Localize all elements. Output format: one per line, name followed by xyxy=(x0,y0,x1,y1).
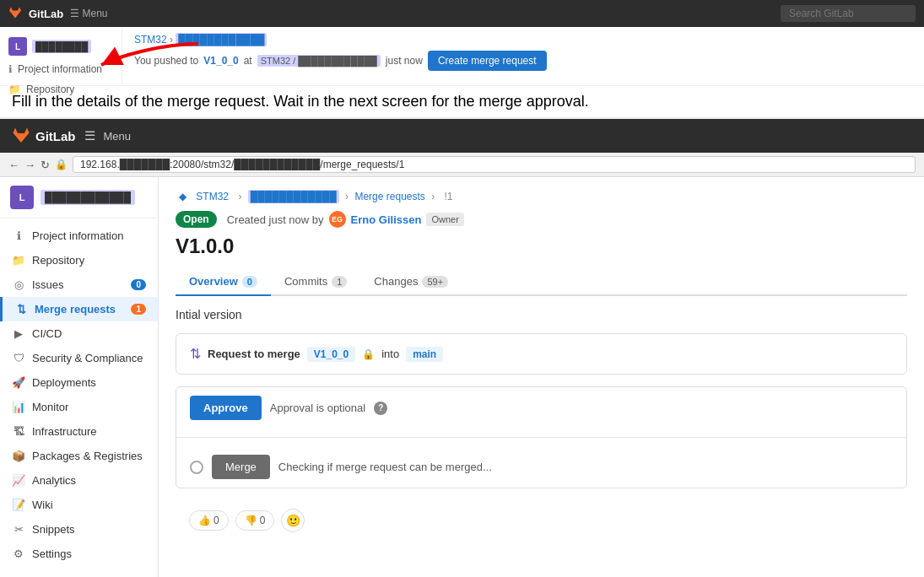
diamond-icon: ◆ xyxy=(179,191,186,202)
sidebar-item-settings[interactable]: ⚙ Settings xyxy=(0,542,158,566)
merge-radio[interactable] xyxy=(190,461,203,474)
tab-overview-count: 0 xyxy=(242,276,257,288)
description-text: Intial version xyxy=(176,308,907,321)
merge-info-card: ⇅ Request to merge V1_0_0 🔒 into main xyxy=(176,333,907,375)
merge-status-text: Checking if merge request can be merged.… xyxy=(278,461,492,473)
sidebar-item-wiki[interactable]: 📝 Wiki xyxy=(0,493,158,517)
target-branch[interactable]: main xyxy=(406,347,443,362)
mr-title: V1.0.0 xyxy=(176,235,907,258)
thumbsup-button[interactable]: 👍 0 xyxy=(189,510,229,531)
main-menu-label[interactable]: Menu xyxy=(104,130,132,143)
shield-icon: 🛡 xyxy=(12,352,25,364)
breadcrumb-id: !1 xyxy=(445,191,453,202)
merge-info-body: ⇅ Request to merge V1_0_0 🔒 into main xyxy=(176,334,906,374)
reaction-bar: 👍 0 👎 0 🙂 xyxy=(176,500,907,541)
sidebar-project-name: ████████████ xyxy=(41,190,135,205)
menu-label-mini[interactable]: ☰ Menu xyxy=(70,8,107,19)
mini-top-section: L ████████ ℹ Project information 📁 Repos… xyxy=(0,27,924,86)
url-input[interactable] xyxy=(73,156,916,173)
sidebar-item-repository[interactable]: 📁 Repository xyxy=(0,248,158,272)
search-input[interactable] xyxy=(781,5,916,22)
mini-topbar: GitLab ☰ Menu xyxy=(0,0,924,27)
breadcrumb-sep3: › xyxy=(431,191,437,202)
approval-text: Approval is optional xyxy=(270,402,365,414)
mini-nav-repository[interactable]: 📁 Repository xyxy=(0,79,122,100)
merge-button[interactable]: Merge xyxy=(212,455,270,479)
url-bar: ← → ↻ 🔒 xyxy=(0,153,924,177)
merge-icon: ⇅ xyxy=(190,346,201,362)
main-breadcrumb: ◆ STM32 › ████████████ › Merge requests … xyxy=(176,191,907,202)
main-content: ◆ STM32 › ████████████ › Merge requests … xyxy=(159,177,924,577)
tab-overview[interactable]: Overview 0 xyxy=(176,268,271,296)
sidebar-item-analytics[interactable]: 📈 Analytics xyxy=(0,468,158,493)
mini-breadcrumb-stm32[interactable]: STM32 xyxy=(134,34,167,46)
back-button[interactable]: ← xyxy=(8,159,19,171)
lock-icon-url: 🔒 xyxy=(55,159,68,170)
sidebar-item-packages[interactable]: 📦 Packages & Registries xyxy=(0,444,158,468)
repository-icon: 📁 xyxy=(12,254,25,267)
mini-breadcrumb: STM32 › ████████████ xyxy=(134,34,912,46)
infrastructure-icon: 🏗 xyxy=(12,425,25,438)
approve-card: Approve Approval is optional ? xyxy=(176,386,907,488)
tab-commits-count: 1 xyxy=(332,276,347,288)
mini-main-content: STM32 › ████████████ You pushed to V1_0_… xyxy=(122,27,924,85)
gitlab-label-mini: GitLab xyxy=(29,8,63,20)
tab-commits[interactable]: Commits 1 xyxy=(271,268,360,296)
issues-badge: 0 xyxy=(131,279,146,290)
sidebar-item-snippets[interactable]: ✂ Snippets xyxy=(0,517,158,542)
breadcrumb-stm32[interactable]: ◆ STM32 xyxy=(176,191,235,202)
approve-section: Approve Approval is optional ? xyxy=(176,387,906,429)
info-icon: ℹ xyxy=(12,229,25,242)
sidebar-item-security[interactable]: 🛡 Security & Compliance xyxy=(0,346,158,370)
sidebar-item-monitor[interactable]: 📊 Monitor xyxy=(0,395,158,419)
tabs: Overview 0 Commits 1 Changes 59+ xyxy=(176,268,907,296)
sidebar-project-header: L ████████████ xyxy=(0,177,158,218)
analytics-icon: 📈 xyxy=(12,474,25,487)
sidebar-nav-group: ℹ Project information 📁 Repository ◎ Iss… xyxy=(0,218,158,571)
sidebar-item-cicd[interactable]: ▶ CI/CD xyxy=(0,321,158,346)
breadcrumb-sep2: › xyxy=(345,191,351,202)
mini-breadcrumb-project[interactable]: ████████████ xyxy=(176,33,267,46)
owner-badge: Owner xyxy=(426,213,463,226)
breadcrumb-merge-requests[interactable]: Merge requests xyxy=(354,191,424,202)
mini-nav-project-info[interactable]: ℹ Project information xyxy=(0,59,122,79)
approval-help-icon[interactable]: ? xyxy=(374,402,387,415)
wiki-icon: 📝 xyxy=(12,499,25,511)
mini-project-name: ████████ xyxy=(32,40,91,53)
lock-icon: 🔒 xyxy=(362,348,375,360)
sidebar-item-infrastructure[interactable]: 🏗 Infrastructure xyxy=(0,419,158,444)
thumbsup-icon: 👍 xyxy=(198,515,211,526)
main-layout: L ████████████ ℹ Project information 📁 R… xyxy=(0,177,924,577)
refresh-button[interactable]: ↻ xyxy=(41,159,50,171)
instruction-text: Fill in the details of the merge request… xyxy=(0,86,924,119)
sidebar-item-project-information[interactable]: ℹ Project information xyxy=(0,224,158,248)
hamburger-icon[interactable]: ☰ xyxy=(84,128,95,143)
emoji-picker-button[interactable]: 🙂 xyxy=(281,509,305,532)
create-mr-button[interactable]: Create merge request xyxy=(428,51,547,71)
mini-sidebar: L ████████ ℹ Project information 📁 Repos… xyxy=(0,27,122,85)
gitlab-logo-main: GitLab xyxy=(12,127,76,145)
sidebar-item-issues[interactable]: ◎ Issues 0 xyxy=(0,272,158,297)
tab-changes[interactable]: Changes 59+ xyxy=(360,268,462,296)
created-line: Open Created just now by EG Erno Gilisse… xyxy=(176,211,907,228)
main-topbar: GitLab ☰ Menu xyxy=(0,119,924,153)
sidebar-item-deployments[interactable]: 🚀 Deployments xyxy=(0,370,158,395)
author-name[interactable]: Erno Gilissen xyxy=(351,213,422,226)
breadcrumb-sep1: › xyxy=(238,191,244,202)
approve-button[interactable]: Approve xyxy=(190,396,262,420)
sidebar: L ████████████ ℹ Project information 📁 R… xyxy=(0,177,159,577)
push-repo: STM32 / ████████████ xyxy=(257,55,381,67)
folder-icon-mini: 📁 xyxy=(8,84,21,95)
breadcrumb-project[interactable]: ████████████ xyxy=(248,190,339,203)
forward-button[interactable]: → xyxy=(24,159,35,171)
snippets-icon: ✂ xyxy=(12,523,25,536)
status-badge: Open xyxy=(176,211,217,228)
deployments-icon: 🚀 xyxy=(12,376,25,389)
cicd-icon: ▶ xyxy=(12,327,25,340)
source-branch[interactable]: V1_0_0 xyxy=(307,347,355,362)
issues-icon: ◎ xyxy=(12,278,25,291)
divider xyxy=(176,437,906,438)
sidebar-item-merge-requests[interactable]: ⇅ Merge requests 1 xyxy=(0,297,158,321)
settings-icon: ⚙ xyxy=(12,547,25,560)
thumbsdown-button[interactable]: 👎 0 xyxy=(235,510,275,531)
